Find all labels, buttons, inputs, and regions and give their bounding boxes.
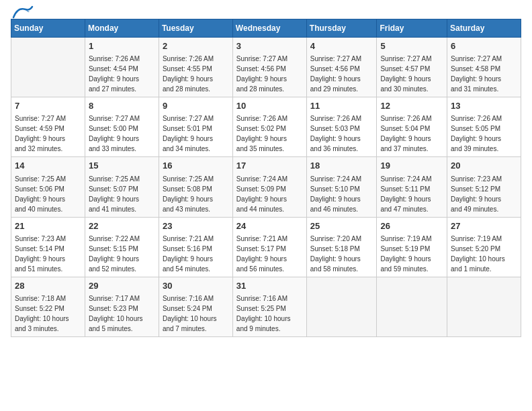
calendar-header: SundayMondayTuesdayWednesdayThursdayFrid… (11, 19, 521, 38)
day-info: Sunrise: 7:18 AMSunset: 5:22 PMDaylight:… (15, 293, 81, 334)
day-number: 20 (451, 160, 517, 172)
calendar-cell: 1Sunrise: 7:26 AMSunset: 4:54 PMDaylight… (85, 38, 159, 97)
weekday-header-monday: Monday (85, 19, 159, 38)
calendar-cell: 8Sunrise: 7:27 AMSunset: 5:00 PMDaylight… (85, 97, 159, 157)
day-info: Sunrise: 7:26 AMSunset: 5:02 PMDaylight:… (236, 113, 303, 154)
week-row-1: 1Sunrise: 7:26 AMSunset: 4:54 PMDaylight… (11, 38, 521, 97)
calendar-cell: 11Sunrise: 7:26 AMSunset: 5:03 PMDayligh… (306, 97, 377, 157)
day-info: Sunrise: 7:25 AMSunset: 5:06 PMDaylight:… (15, 174, 81, 214)
day-number: 7 (15, 100, 81, 112)
day-number: 12 (380, 100, 443, 112)
calendar-cell: 31Sunrise: 7:16 AMSunset: 5:25 PMDayligh… (232, 277, 306, 336)
calendar-cell: 3Sunrise: 7:27 AMSunset: 4:56 PMDaylight… (232, 38, 306, 97)
day-info: Sunrise: 7:27 AMSunset: 4:56 PMDaylight:… (236, 54, 303, 94)
day-info: Sunrise: 7:21 AMSunset: 5:16 PMDaylight:… (163, 234, 229, 274)
day-number: 6 (451, 40, 517, 52)
day-number: 16 (163, 160, 229, 172)
week-row-2: 7Sunrise: 7:27 AMSunset: 4:59 PMDaylight… (11, 97, 521, 157)
day-number: 13 (451, 100, 517, 112)
day-info: Sunrise: 7:27 AMSunset: 4:57 PMDaylight:… (380, 54, 443, 94)
calendar-cell: 20Sunrise: 7:23 AMSunset: 5:12 PMDayligh… (447, 157, 521, 217)
day-info: Sunrise: 7:22 AMSunset: 5:15 PMDaylight:… (89, 234, 155, 274)
weekday-header-friday: Friday (377, 19, 447, 38)
day-info: Sunrise: 7:26 AMSunset: 5:04 PMDaylight:… (380, 113, 443, 154)
day-info: Sunrise: 7:24 AMSunset: 5:11 PMDaylight:… (380, 174, 443, 214)
day-number: 31 (236, 280, 303, 292)
calendar-cell: 4Sunrise: 7:27 AMSunset: 4:56 PMDaylight… (306, 38, 377, 97)
day-info: Sunrise: 7:26 AMSunset: 4:54 PMDaylight:… (89, 54, 155, 94)
day-number: 26 (380, 220, 443, 232)
day-number: 15 (89, 160, 155, 172)
calendar-cell: 13Sunrise: 7:26 AMSunset: 5:05 PMDayligh… (447, 97, 521, 157)
day-info: Sunrise: 7:17 AMSunset: 5:23 PMDaylight:… (89, 293, 155, 334)
calendar-cell: 27Sunrise: 7:19 AMSunset: 5:20 PMDayligh… (447, 217, 521, 277)
calendar-cell: 10Sunrise: 7:26 AMSunset: 5:02 PMDayligh… (232, 97, 306, 157)
day-number: 9 (163, 100, 229, 112)
day-number: 17 (236, 160, 303, 172)
day-number: 14 (15, 160, 81, 172)
day-number: 3 (236, 40, 303, 52)
day-info: Sunrise: 7:26 AMSunset: 5:03 PMDaylight:… (310, 113, 373, 154)
calendar-cell: 9Sunrise: 7:27 AMSunset: 5:01 PMDaylight… (159, 97, 232, 157)
day-number: 22 (89, 220, 155, 232)
day-number: 11 (310, 100, 373, 112)
weekday-header-wednesday: Wednesday (232, 19, 306, 38)
day-number: 4 (310, 40, 373, 52)
day-info: Sunrise: 7:26 AMSunset: 4:55 PMDaylight:… (163, 54, 229, 94)
day-number: 1 (89, 40, 155, 52)
calendar-table: SundayMondayTuesdayWednesdayThursdayFrid… (11, 19, 521, 337)
calendar-cell (11, 38, 85, 97)
calendar-cell (447, 277, 521, 336)
weekday-header-tuesday: Tuesday (159, 19, 232, 38)
weekday-header-thursday: Thursday (306, 19, 377, 38)
calendar-cell: 12Sunrise: 7:26 AMSunset: 5:04 PMDayligh… (377, 97, 447, 157)
week-row-5: 28Sunrise: 7:18 AMSunset: 5:22 PMDayligh… (11, 277, 521, 336)
calendar-cell: 2Sunrise: 7:26 AMSunset: 4:55 PMDaylight… (159, 38, 232, 97)
day-info: Sunrise: 7:27 AMSunset: 5:00 PMDaylight:… (89, 113, 155, 154)
day-info: Sunrise: 7:23 AMSunset: 5:12 PMDaylight:… (451, 174, 517, 214)
day-info: Sunrise: 7:24 AMSunset: 5:10 PMDaylight:… (310, 174, 373, 214)
calendar-cell: 28Sunrise: 7:18 AMSunset: 5:22 PMDayligh… (11, 277, 85, 336)
day-number: 23 (163, 220, 229, 232)
day-number: 28 (15, 280, 81, 292)
day-info: Sunrise: 7:23 AMSunset: 5:14 PMDaylight:… (15, 234, 81, 274)
day-info: Sunrise: 7:24 AMSunset: 5:09 PMDaylight:… (236, 174, 303, 214)
weekday-header-row: SundayMondayTuesdayWednesdayThursdayFrid… (11, 19, 521, 38)
day-number: 18 (310, 160, 373, 172)
day-number: 24 (236, 220, 303, 232)
day-info: Sunrise: 7:21 AMSunset: 5:17 PMDaylight:… (236, 234, 303, 274)
day-number: 25 (310, 220, 373, 232)
week-row-4: 21Sunrise: 7:23 AMSunset: 5:14 PMDayligh… (11, 217, 521, 277)
day-info: Sunrise: 7:16 AMSunset: 5:24 PMDaylight:… (163, 293, 229, 334)
day-info: Sunrise: 7:25 AMSunset: 5:07 PMDaylight:… (89, 174, 155, 214)
calendar-cell: 26Sunrise: 7:19 AMSunset: 5:19 PMDayligh… (377, 217, 447, 277)
calendar-cell: 22Sunrise: 7:22 AMSunset: 5:15 PMDayligh… (85, 217, 159, 277)
day-info: Sunrise: 7:20 AMSunset: 5:18 PMDaylight:… (310, 234, 373, 274)
day-number: 30 (163, 280, 229, 292)
calendar-cell: 19Sunrise: 7:24 AMSunset: 5:11 PMDayligh… (377, 157, 447, 217)
logo (11, 11, 34, 13)
week-row-3: 14Sunrise: 7:25 AMSunset: 5:06 PMDayligh… (11, 157, 521, 217)
weekday-header-saturday: Saturday (447, 19, 521, 38)
weekday-header-sunday: Sunday (11, 19, 85, 38)
day-info: Sunrise: 7:27 AMSunset: 4:56 PMDaylight:… (310, 54, 373, 94)
logo-bird-icon (12, 5, 34, 19)
day-info: Sunrise: 7:27 AMSunset: 4:59 PMDaylight:… (15, 113, 81, 154)
calendar-cell: 15Sunrise: 7:25 AMSunset: 5:07 PMDayligh… (85, 157, 159, 217)
day-info: Sunrise: 7:27 AMSunset: 4:58 PMDaylight:… (451, 54, 517, 94)
day-info: Sunrise: 7:16 AMSunset: 5:25 PMDaylight:… (236, 293, 303, 334)
day-number: 8 (89, 100, 155, 112)
calendar-body: 1Sunrise: 7:26 AMSunset: 4:54 PMDaylight… (11, 38, 521, 337)
calendar-cell: 5Sunrise: 7:27 AMSunset: 4:57 PMDaylight… (377, 38, 447, 97)
day-info: Sunrise: 7:19 AMSunset: 5:20 PMDaylight:… (451, 234, 517, 274)
calendar-cell (306, 277, 377, 336)
calendar-cell: 6Sunrise: 7:27 AMSunset: 4:58 PMDaylight… (447, 38, 521, 97)
day-number: 27 (451, 220, 517, 232)
day-number: 29 (89, 280, 155, 292)
day-number: 10 (236, 100, 303, 112)
calendar-cell (377, 277, 447, 336)
day-info: Sunrise: 7:27 AMSunset: 5:01 PMDaylight:… (163, 113, 229, 154)
calendar-cell: 29Sunrise: 7:17 AMSunset: 5:23 PMDayligh… (85, 277, 159, 336)
day-info: Sunrise: 7:26 AMSunset: 5:05 PMDaylight:… (451, 113, 517, 154)
calendar-cell: 24Sunrise: 7:21 AMSunset: 5:17 PMDayligh… (232, 217, 306, 277)
